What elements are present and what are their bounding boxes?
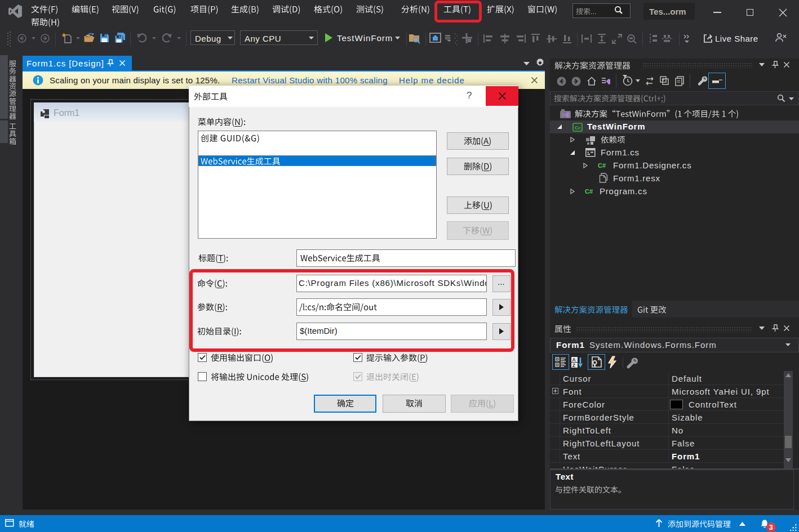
svg-text:#: # <box>578 126 581 131</box>
svg-text:C#: C# <box>585 188 593 195</box>
svg-text:Z: Z <box>572 363 575 368</box>
svg-text:C#: C# <box>598 162 606 169</box>
svg-text:A: A <box>572 357 575 363</box>
